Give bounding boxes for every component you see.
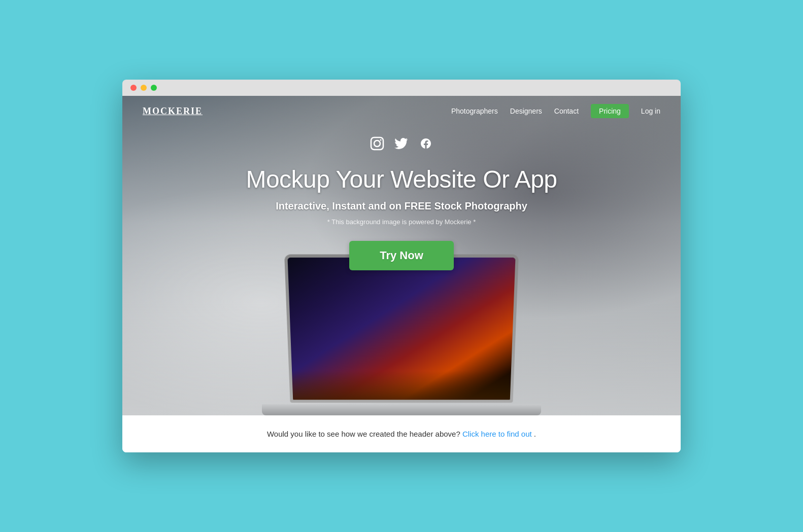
browser-chrome: [122, 80, 681, 96]
facebook-icon[interactable]: [419, 136, 433, 153]
bottom-bar-link[interactable]: Click here to find out: [462, 430, 532, 438]
navbar-links: Photographers Designers Contact Pricing …: [451, 104, 660, 118]
site-logo[interactable]: MOCKERIE: [143, 106, 203, 117]
nav-photographers[interactable]: Photographers: [451, 107, 498, 115]
browser-window: MOCKERIE Photographers Designers Contact…: [122, 80, 681, 452]
nav-pricing[interactable]: Pricing: [591, 104, 629, 118]
nav-login[interactable]: Log in: [641, 107, 660, 115]
svg-rect-0: [371, 137, 383, 150]
traffic-light-maximize[interactable]: [151, 85, 157, 91]
laptop-bezel: [287, 258, 515, 400]
laptop-body: [262, 404, 541, 415]
bottom-bar: Would you like to see how we created the…: [122, 415, 681, 452]
hero-section: MOCKERIE Photographers Designers Contact…: [122, 96, 681, 415]
nav-contact[interactable]: Contact: [554, 107, 579, 115]
hero-title: Mockup Your Website Or App: [246, 165, 557, 193]
hero-note: * This background image is powered by Mo…: [327, 218, 476, 226]
laptop-screen: [284, 255, 519, 403]
try-now-button[interactable]: Try Now: [349, 241, 454, 270]
bottom-bar-text-after: .: [534, 430, 536, 438]
browser-content: MOCKERIE Photographers Designers Contact…: [122, 96, 681, 452]
traffic-light-close[interactable]: [130, 85, 137, 91]
navbar: MOCKERIE Photographers Designers Contact…: [122, 96, 681, 126]
twitter-icon[interactable]: [394, 136, 409, 153]
bottom-bar-text-before: Would you like to see how we created the…: [267, 430, 460, 438]
laptop-screen-content: [287, 258, 515, 400]
svg-point-1: [374, 140, 380, 147]
nav-designers[interactable]: Designers: [510, 107, 542, 115]
social-icons: [370, 136, 433, 153]
hero-subtitle: Interactive, Instant and on FREE Stock P…: [276, 200, 527, 212]
instagram-icon[interactable]: [370, 136, 384, 153]
traffic-light-minimize[interactable]: [141, 85, 147, 91]
svg-point-2: [380, 139, 382, 141]
